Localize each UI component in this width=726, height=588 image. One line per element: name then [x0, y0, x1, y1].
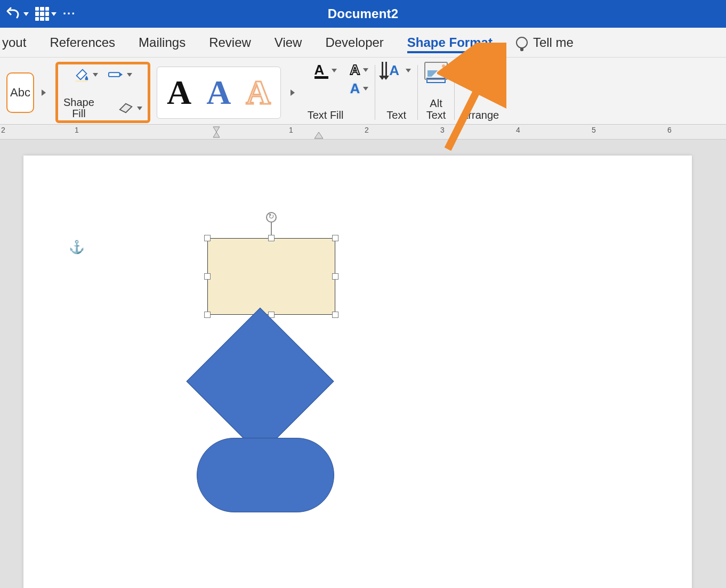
table-icon: [35, 7, 49, 21]
shape-diamond[interactable]: [186, 307, 334, 455]
alt-text-label: Alt Text: [426, 97, 446, 123]
indent-markers-icon[interactable]: [209, 125, 224, 140]
svg-rect-0: [76, 80, 88, 82]
ruler-mark: 1: [75, 126, 79, 134]
shape-styles-group: Abc: [0, 62, 55, 123]
shape-style-preset[interactable]: Abc: [6, 72, 34, 113]
tab-mailings[interactable]: Mailings: [139, 32, 185, 53]
text-fill-group: A Text Fill: [301, 62, 350, 123]
text-fill-button[interactable]: A: [314, 62, 337, 79]
ruler-mark: 2: [1, 126, 5, 134]
ellipsis-icon: ···: [63, 7, 76, 21]
text-group-label: Text: [386, 109, 406, 123]
more-qat-button[interactable]: ···: [63, 7, 76, 21]
svg-marker-2: [213, 127, 220, 132]
chevron-down-icon: [127, 73, 132, 77]
tab-developer[interactable]: Developer: [325, 32, 383, 53]
alt-text-icon: [424, 62, 448, 83]
text-direction-button[interactable]: A: [382, 62, 399, 79]
shape-styles-expand[interactable]: [42, 89, 46, 96]
alt-text-button[interactable]: [424, 62, 448, 83]
wordart-expand[interactable]: [291, 89, 295, 96]
insert-table-button[interactable]: [35, 7, 57, 21]
tab-review[interactable]: Review: [209, 32, 251, 53]
resize-handle-tl[interactable]: [204, 235, 211, 241]
text-fill-icon: A: [314, 62, 328, 79]
quick-access-toolbar: ···: [5, 7, 76, 21]
text-fill-label: Text Fill: [308, 109, 344, 123]
chevron-down-icon[interactable]: [406, 69, 411, 72]
chevron-down-icon: [93, 73, 98, 77]
pen-icon: [108, 69, 124, 80]
horizontal-ruler[interactable]: 2 1 1 2 3 4 5 6: [0, 125, 726, 140]
chevron-down-icon: [363, 87, 368, 91]
wordart-styles-group: A A A: [150, 62, 301, 123]
shape-rectangle-selected[interactable]: [207, 238, 335, 315]
resize-handle-ml[interactable]: [204, 273, 211, 280]
document-page[interactable]: ⚓: [23, 156, 692, 588]
shape-effects-button[interactable]: [118, 102, 142, 114]
ruler-mark: 5: [592, 126, 596, 134]
text-outline-button[interactable]: A: [350, 62, 368, 78]
svg-marker-4: [314, 132, 323, 138]
svg-marker-3: [213, 132, 220, 137]
tab-references[interactable]: References: [50, 32, 115, 53]
text-outline-effects-group: A A: [350, 62, 375, 123]
ruler-mark: 1: [289, 126, 293, 134]
text-direction-icon: A: [382, 62, 399, 79]
chevron-down-icon: [137, 107, 142, 110]
shape-fill-label: Shape Fill: [63, 97, 94, 119]
shape-outline-button[interactable]: [108, 69, 132, 80]
shape-fill-group: Shape Fill: [55, 62, 150, 123]
document-workspace[interactable]: ⚓: [0, 140, 726, 588]
chevron-down-icon: [332, 69, 337, 72]
chevron-down-icon[interactable]: [493, 70, 498, 74]
text-group: A Text: [375, 62, 417, 123]
resize-handle-tr[interactable]: [332, 235, 338, 241]
resize-handle-br[interactable]: [332, 312, 338, 318]
arrange-icon: [463, 62, 486, 82]
lightbulb-icon: [516, 37, 528, 48]
wordart-gallery[interactable]: A A A: [157, 67, 281, 119]
right-indent-icon[interactable]: [313, 131, 324, 140]
svg-rect-1: [109, 72, 120, 77]
shape-effects-icon: [118, 102, 134, 114]
text-effects-button[interactable]: A: [350, 80, 368, 97]
arrange-button[interactable]: [463, 62, 486, 82]
document-title: Document2: [0, 6, 726, 21]
undo-icon: [5, 7, 21, 21]
arrange-label: Arrange: [461, 109, 499, 123]
anchor-icon: ⚓: [69, 240, 85, 255]
chevron-down-icon: [51, 12, 57, 16]
wordart-preset-1[interactable]: A: [167, 76, 191, 110]
tab-view[interactable]: View: [275, 32, 302, 53]
resize-handle-mr[interactable]: [332, 273, 338, 280]
title-bar: ··· Document2: [0, 0, 726, 28]
ruler-mark: 3: [440, 126, 445, 134]
chevron-down-icon: [23, 12, 29, 16]
resize-handle-tm[interactable]: [268, 235, 275, 241]
rotation-handle[interactable]: [266, 212, 277, 223]
chevron-down-icon: [363, 68, 368, 72]
tell-me[interactable]: Tell me: [516, 32, 574, 53]
ribbon-tabs: yout References Mailings Review View Dev…: [0, 28, 726, 58]
paint-bucket-icon: [74, 67, 90, 83]
tab-layout[interactable]: yout: [0, 32, 26, 53]
undo-button[interactable]: [5, 7, 29, 21]
tell-me-label: Tell me: [533, 35, 574, 50]
text-effects-icon: A: [350, 80, 360, 97]
resize-handle-bl[interactable]: [204, 312, 211, 318]
ribbon: Abc Shape Fill: [0, 58, 726, 125]
shape-rounded-rectangle[interactable]: [197, 438, 334, 512]
shape-fill-button[interactable]: [74, 67, 98, 83]
ruler-mark: 2: [365, 126, 369, 134]
arrange-group: Arrange: [455, 62, 505, 123]
wordart-preset-2[interactable]: A: [206, 76, 231, 110]
wordart-preset-3[interactable]: A: [246, 76, 270, 110]
tab-shape-format[interactable]: Shape Format: [407, 32, 493, 53]
text-outline-icon: A: [350, 62, 360, 78]
alt-text-group: Alt Text: [418, 62, 454, 123]
ruler-mark: 6: [667, 126, 672, 134]
ruler-mark: 4: [516, 126, 520, 134]
